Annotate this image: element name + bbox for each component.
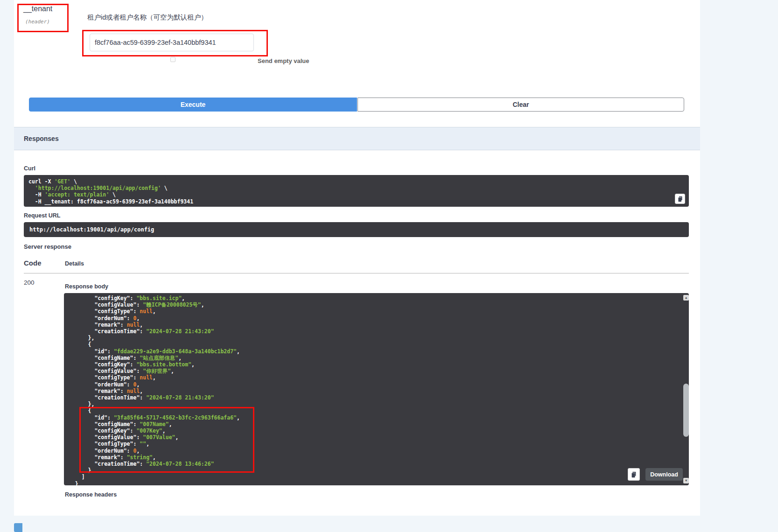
next-opblock-edge (14, 523, 22, 532)
code-line: "configType": null, (69, 308, 689, 315)
code-line: curl -X 'GET' \ (28, 178, 684, 185)
responses-section-header: Responses (14, 127, 700, 150)
execute-button[interactable]: Execute (29, 98, 357, 112)
code-line: "orderNum": 0, (69, 315, 689, 322)
request-url-label: Request URL (24, 212, 60, 219)
send-empty-checkbox[interactable] (170, 57, 175, 62)
code-line: "configType": "", (69, 441, 689, 447)
code-line: "configValue": "007Value", (69, 434, 689, 441)
code-line: -H __tenant: f8cf76aa-ac59-6399-23ef-3a1… (28, 198, 684, 205)
curl-label: Curl (24, 165, 35, 172)
clear-button[interactable]: Clear (357, 98, 684, 112)
scrollbar-up-arrow[interactable]: ▲ (683, 295, 689, 301)
details-column-header: Details (65, 260, 84, 267)
code-line: "creationTime": "2024-07-28 21:43:20" (69, 394, 689, 401)
scrollbar-thumb[interactable] (683, 384, 689, 437)
code-line: }, (69, 401, 689, 407)
parameter-name: __tenant (23, 5, 52, 13)
code-line: "creationTime": "2024-07-28 21:43:20" (69, 328, 689, 335)
code-line: { (69, 407, 689, 414)
code-line: } (69, 467, 689, 474)
code-line: } (69, 481, 689, 485)
curl-code-block: curl -X 'GET' \ 'http://localhost:19001/… (24, 175, 689, 207)
send-empty-label: Send empty value (258, 57, 309, 64)
code-line: "configKey": "007Key", (69, 427, 689, 434)
table-header-divider (24, 273, 689, 273)
clipboard-icon (677, 196, 683, 202)
code-line: "remark": "string", (69, 454, 689, 461)
code-line: "configName": "站点底部信息", (69, 355, 689, 361)
code-line: "orderNum": 0, (69, 381, 689, 388)
code-line: "creationTime": "2024-07-28 13:46:26" (69, 461, 689, 467)
responses-title: Responses (24, 135, 59, 142)
code-line: "configKey": "bbs.site.icp", (69, 295, 689, 301)
scrollbar-down-arrow[interactable]: ▼ (683, 478, 689, 483)
response-body-json: "configKey": "bbs.site.icp", "configValu… (64, 293, 689, 485)
response-body-block[interactable]: "configKey": "bbs.site.icp", "configValu… (64, 293, 689, 485)
swagger-ui-page: __tenant (header) 租户id或者租户名称（可空为默认租户） Se… (0, 0, 778, 532)
tenant-input[interactable] (90, 34, 254, 51)
code-line: ] (69, 474, 689, 480)
download-button[interactable]: Download (645, 468, 683, 481)
code-line: "configName": "007Name", (69, 421, 689, 427)
code-line: 'http://localhost:19001/api/app/config' … (28, 185, 684, 191)
code-line: "id": "3fa85f64-5717-4562-b3fc-2c963f66a… (69, 414, 689, 421)
curl-command: curl -X 'GET' \ 'http://localhost:19001/… (28, 178, 684, 205)
copy-curl-button[interactable] (675, 194, 685, 204)
code-line: "remark": null, (69, 388, 689, 394)
code-line: { (69, 341, 689, 348)
code-line: -H 'accept: text/plain' \ (28, 191, 684, 198)
code-line: "orderNum": 0, (69, 448, 689, 454)
status-code: 200 (24, 279, 35, 286)
code-column-header: Code (24, 259, 42, 267)
code-line: "configKey": "bbs.site.bottom", (69, 361, 689, 368)
code-line: }, (69, 335, 689, 341)
code-line: "configValue": "你好世界", (69, 368, 689, 374)
opblock-body: __tenant (header) 租户id或者租户名称（可空为默认租户） Se… (14, 0, 700, 516)
parameter-description: 租户id或者租户名称（可空为默认租户） (87, 13, 208, 22)
code-line: "id": "fddae229-a2e9-ddb3-648a-3a140bc1b… (69, 348, 689, 355)
code-line: "remark": null, (69, 322, 689, 328)
server-response-label: Server response (24, 243, 71, 250)
response-headers-label: Response headers (65, 491, 117, 498)
request-url-block: http://localhost:19001/api/app/config (24, 222, 689, 237)
code-line: "configType": null, (69, 374, 689, 381)
copy-response-button[interactable] (628, 468, 640, 481)
request-url-value: http://localhost:19001/api/app/config (29, 226, 154, 233)
response-body-label: Response body (65, 283, 108, 290)
code-line: "configValue": "赣ICP备20008025号", (69, 301, 689, 308)
parameter-location: (header) (25, 19, 50, 25)
clipboard-icon (631, 471, 637, 478)
